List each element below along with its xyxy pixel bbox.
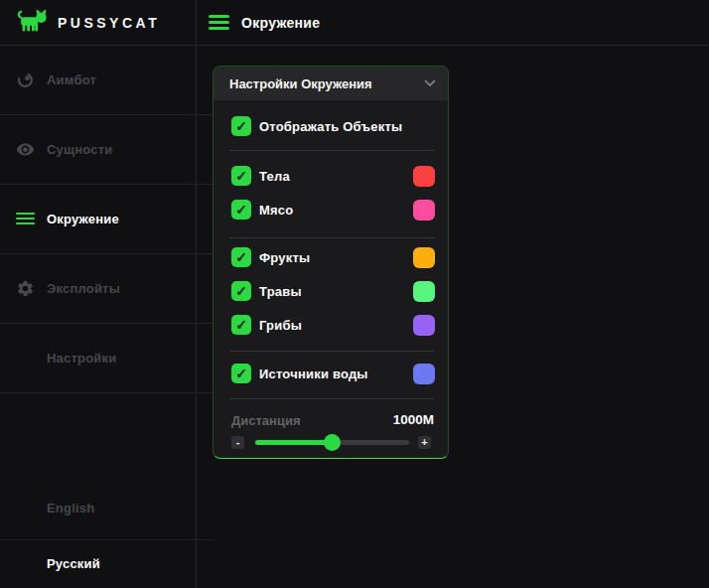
app-window: PUSSYCAT Окружение Аимбот Сущности Окруж… bbox=[0, 0, 709, 588]
language-label: English bbox=[47, 501, 94, 515]
chevron-down-icon bbox=[424, 79, 436, 87]
distance-value: 1000М bbox=[393, 412, 434, 427]
row-bodies: ✓ Тела bbox=[213, 165, 448, 187]
slider-track[interactable] bbox=[255, 440, 409, 445]
eye-icon bbox=[16, 140, 35, 159]
check-icon: ✓ bbox=[235, 250, 247, 264]
sidebar-item-label: Окружение bbox=[47, 212, 119, 226]
check-icon: ✓ bbox=[235, 284, 247, 298]
panel-title: Настройки Окружения bbox=[229, 76, 372, 91]
row-meat: ✓ Мясо bbox=[213, 199, 448, 220]
row-show-objects: ✓ Отображать Объекты bbox=[213, 115, 448, 137]
row-label: Грибы bbox=[259, 318, 302, 333]
meat-color-swatch[interactable] bbox=[413, 200, 435, 220]
page-header: Окружение bbox=[196, 0, 709, 45]
brand-name: PUSSYCAT bbox=[58, 15, 160, 31]
row-label: Тела bbox=[259, 169, 290, 184]
menu-icon bbox=[16, 213, 35, 225]
sidebar-item-exploits[interactable]: Эксплойты bbox=[0, 253, 214, 323]
herbs-color-swatch[interactable] bbox=[413, 281, 435, 302]
divider bbox=[229, 351, 434, 352]
brand-header: PUSSYCAT bbox=[0, 0, 196, 45]
menu-icon[interactable] bbox=[209, 15, 229, 30]
water-sources-checkbox[interactable]: ✓ bbox=[231, 364, 251, 383]
mushrooms-checkbox[interactable]: ✓ bbox=[231, 315, 251, 335]
fruits-color-swatch[interactable] bbox=[413, 247, 435, 268]
aimbot-icon bbox=[16, 71, 35, 89]
row-herbs: ✓ Травы bbox=[213, 280, 448, 302]
sidebar-item-settings[interactable]: Настройки bbox=[0, 323, 214, 392]
language-label: Русский bbox=[47, 556, 100, 571]
sidebar-item-label: Аимбот bbox=[47, 73, 96, 87]
row-label: Отображать Объекты bbox=[259, 119, 402, 134]
sidebar-item-environment[interactable]: Окружение bbox=[0, 184, 214, 253]
row-label: Травы bbox=[259, 284, 302, 299]
divider bbox=[229, 237, 434, 238]
sidebar-item-label: Настройки bbox=[47, 351, 116, 366]
check-icon: ✓ bbox=[235, 203, 247, 217]
bodies-color-swatch[interactable] bbox=[413, 166, 435, 187]
fruits-checkbox[interactable]: ✓ bbox=[231, 247, 251, 267]
divider bbox=[0, 392, 214, 393]
row-label: Фрукты bbox=[259, 250, 310, 265]
slider-thumb[interactable] bbox=[324, 434, 341, 451]
sidebar-item-label: Сущности bbox=[47, 142, 112, 157]
check-icon: ✓ bbox=[235, 367, 247, 380]
sidebar-item-aimbot[interactable]: Аимбот bbox=[0, 45, 214, 114]
distance-slider: - + bbox=[213, 434, 448, 451]
panel-header-select[interactable]: Настройки Окружения bbox=[213, 67, 448, 100]
row-water-sources: ✓ Источники воды bbox=[213, 363, 448, 384]
herbs-checkbox[interactable]: ✓ bbox=[231, 281, 251, 301]
distance-increase-button[interactable]: + bbox=[418, 436, 431, 449]
mushrooms-color-swatch[interactable] bbox=[413, 315, 435, 336]
environment-settings-panel: Настройки Окружения ✓ Отображать Объекты… bbox=[213, 66, 449, 459]
sidebar-item-entities[interactable]: Сущности bbox=[0, 114, 214, 184]
divider bbox=[229, 398, 434, 399]
language-item-russian[interactable]: Русский bbox=[0, 539, 214, 587]
gear-icon bbox=[16, 279, 35, 298]
row-fruits: ✓ Фрукты bbox=[213, 246, 448, 268]
check-icon: ✓ bbox=[235, 318, 247, 332]
row-mushrooms: ✓ Грибы bbox=[213, 314, 448, 336]
distance-label: Дистанция bbox=[231, 413, 301, 428]
check-icon: ✓ bbox=[235, 119, 247, 133]
show-objects-checkbox[interactable]: ✓ bbox=[231, 116, 251, 136]
page-title: Окружение bbox=[241, 15, 320, 31]
divider bbox=[229, 150, 434, 151]
distance-decrease-button[interactable]: - bbox=[231, 436, 244, 449]
bodies-checkbox[interactable]: ✓ bbox=[231, 166, 251, 186]
row-label: Источники воды bbox=[259, 367, 368, 381]
check-icon: ✓ bbox=[235, 169, 247, 183]
language-item-english[interactable]: English bbox=[0, 477, 214, 539]
row-label: Мясо bbox=[259, 203, 293, 218]
cat-logo-icon bbox=[15, 8, 49, 38]
slider-fill bbox=[255, 440, 333, 445]
meat-checkbox[interactable]: ✓ bbox=[231, 200, 251, 220]
water-color-swatch[interactable] bbox=[413, 364, 435, 384]
sidebar-item-label: Эксплойты bbox=[47, 281, 120, 296]
